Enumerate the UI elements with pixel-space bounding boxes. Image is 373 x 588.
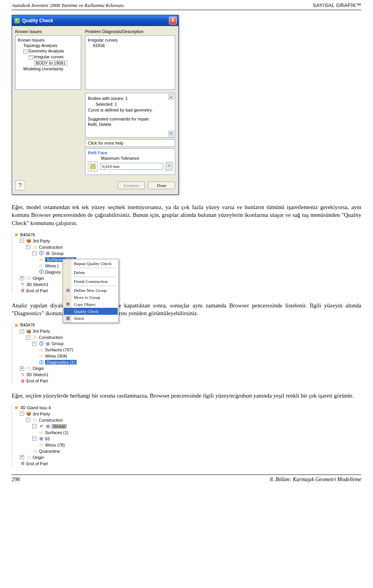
surface-icon: ▭	[38, 257, 44, 262]
folder-icon: 🗀	[26, 366, 31, 371]
collapse-icon[interactable]: −	[32, 251, 37, 255]
collapse-icon[interactable]: −	[20, 329, 24, 333]
browser-item[interactable]: Group	[52, 251, 64, 256]
browser-item[interactable]: Origin	[33, 366, 44, 371]
tree-item[interactable]: EDGE	[88, 43, 173, 48]
browser-item[interactable]: 3rd Party	[33, 412, 50, 416]
ctx-move-group[interactable]: Move to Group	[64, 294, 118, 301]
browser-item[interactable]: 3rd Party	[33, 329, 50, 333]
done-button[interactable]: Done	[148, 181, 175, 189]
tree-root[interactable]: Known Issues	[18, 37, 78, 43]
ctx-quality-check[interactable]: ✔Quality Check	[64, 308, 118, 315]
expand-icon[interactable]: +	[20, 276, 24, 280]
browser-item-selected[interactable]: Group	[52, 424, 67, 429]
browser-item[interactable]: Construction	[39, 418, 63, 422]
browser-item[interactable]: End of Part	[26, 379, 48, 383]
scroll-down-icon[interactable]: ▾	[168, 131, 174, 136]
browser-item[interactable]: End of Part	[26, 288, 48, 293]
tolerance-input[interactable]	[100, 163, 163, 170]
collapse-icon[interactable]: −	[26, 245, 30, 249]
surface-icon: ▭	[38, 347, 44, 352]
desc-line: Refit, Delete	[88, 122, 173, 127]
browser-item[interactable]: Diagnos	[45, 270, 61, 274]
browser-item[interactable]: Wires (	[45, 263, 59, 268]
collapse-icon[interactable]: −	[26, 335, 30, 340]
thirdparty-icon: 📦	[26, 328, 31, 334]
scroll-up-icon[interactable]: ▴	[168, 94, 174, 100]
collapse-icon[interactable]: −	[32, 342, 37, 346]
ctx-repeat[interactable]: Repeat Quality Check	[64, 260, 118, 267]
expand-icon[interactable]: +	[20, 455, 24, 459]
browser-root[interactable]: B40476	[20, 323, 35, 327]
info-icon: ⓘ	[38, 341, 44, 346]
browser-item[interactable]: Surfaces (707)	[45, 347, 73, 352]
quality-check-dialog: Quality Check X Known Issues Known Issue…	[12, 15, 179, 195]
tree-item[interactable]: Irregular curves	[34, 54, 63, 59]
browser-root[interactable]: 3D Gland Issu 4	[20, 405, 51, 410]
collapse-icon[interactable]: −	[23, 49, 28, 54]
browser-item[interactable]: 3rd Party	[33, 239, 50, 243]
expand-icon[interactable]: +	[20, 366, 24, 371]
known-issues-tree[interactable]: Known Issues Topology Analysis −Geometry…	[15, 35, 81, 90]
page-footer: 298 8. Bölüm: Karmaşık Geometri Modellem…	[12, 475, 361, 484]
description-box: ▴ ▾ Bodies with issues: 1 Selected: 1 Cu…	[85, 93, 175, 138]
browser-item[interactable]: Origin	[33, 276, 44, 281]
collapse-icon[interactable]: −	[20, 239, 24, 243]
browser-item[interactable]: Origin	[33, 455, 44, 460]
group-icon: ▦	[45, 424, 51, 429]
paragraph: Eğer, seçilen yüzeylerde herhangi bir so…	[12, 392, 361, 400]
chapter-title: 8. Bölüm: Karmaşık Geometri Modelleme	[270, 476, 361, 483]
dialog-titlebar[interactable]: Quality Check X	[12, 15, 178, 26]
dialog-title: Quality Check	[22, 18, 53, 23]
browser-item[interactable]: 63	[45, 436, 50, 441]
thirdparty-icon: 📦	[26, 411, 31, 417]
help-button[interactable]: ?	[15, 180, 25, 190]
check-icon: ✔	[65, 309, 71, 314]
browser-item[interactable]: Surfaces (1)	[45, 430, 68, 435]
browser-item[interactable]: Group	[52, 341, 64, 346]
browser-item[interactable]: End of Part	[26, 461, 48, 466]
close-button[interactable]: X	[169, 17, 177, 24]
collapse-icon[interactable]: −	[32, 424, 37, 428]
folder-icon: 🗀	[38, 263, 44, 269]
browser-item-selected[interactable]: Diagnostics (1)	[45, 360, 77, 365]
collapse-icon[interactable]: −	[29, 55, 33, 59]
browser-item[interactable]: Wires (78)	[45, 443, 65, 447]
collapse-icon[interactable]: −	[26, 418, 30, 422]
browser-item[interactable]: Construction	[39, 245, 63, 250]
collapse-icon[interactable]: −	[32, 436, 37, 441]
tolerance-label: Maximum Tolerance	[88, 156, 173, 161]
check-icon: ✔	[38, 424, 44, 429]
folder-icon: 🗀	[38, 353, 44, 359]
group-icon: ▦	[45, 341, 51, 346]
examine-button[interactable]: Examine	[118, 181, 145, 189]
ctx-define-group[interactable]: ▦Define New Group	[64, 287, 118, 294]
desc-line: Curve is defined by bad geometry.	[88, 107, 173, 113]
diagnosis-tree[interactable]: Irregular curves EDGE	[85, 35, 175, 90]
refit-face-icon[interactable]	[88, 161, 98, 171]
ctx-delete[interactable]: Delete	[64, 269, 118, 276]
group-icon: ▦	[38, 436, 44, 441]
browser-item[interactable]: Quarantine	[39, 449, 60, 454]
spinner-button[interactable]: >	[166, 162, 173, 171]
tree-item[interactable]: Modeling Uncertainty	[18, 66, 78, 72]
folder-icon: 🗀	[32, 448, 38, 454]
browser-item[interactable]: 3D Sketch1	[26, 282, 49, 287]
collapse-icon[interactable]: −	[20, 412, 24, 416]
browser-item[interactable]: 3D Sketch1	[26, 372, 49, 377]
part-icon: ▣	[14, 232, 19, 237]
browser-item[interactable]: Construction	[39, 335, 63, 340]
browser-root[interactable]: B40476	[20, 232, 35, 237]
sketch-icon: ✎	[20, 372, 25, 377]
browser-item[interactable]: Wires (304)	[45, 354, 67, 358]
help-link[interactable]: Click for more help	[85, 139, 175, 147]
refit-panel: Refit Face Maximum Tolerance >	[85, 148, 175, 175]
tree-item[interactable]: Topology Analysis	[18, 43, 78, 48]
tree-item-selected[interactable]: BODY Id 19081	[34, 60, 67, 66]
tree-item[interactable]: Geometry Analysis	[28, 49, 64, 53]
ctx-finish[interactable]: Finish Construction	[64, 278, 118, 285]
ctx-stitch[interactable]: ▥Stitch	[64, 315, 118, 322]
ctx-copy[interactable]: ⧉Copy Object	[64, 301, 118, 308]
tree-item[interactable]: Irregular curves	[88, 37, 173, 43]
part-icon: ▣	[14, 405, 19, 410]
